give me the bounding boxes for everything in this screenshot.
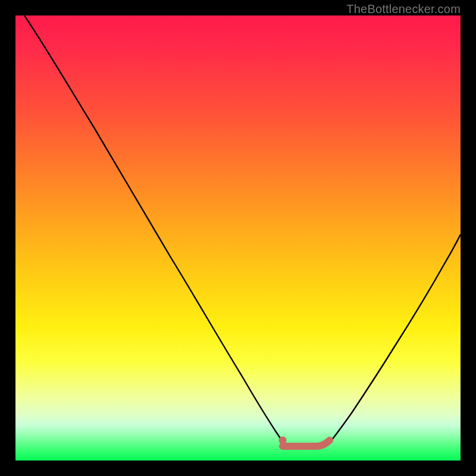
indicator-segment <box>283 440 330 446</box>
curve-layer <box>15 15 461 461</box>
attribution-text: TheBottlenecker.com <box>346 2 461 16</box>
chart-frame: TheBottlenecker.com <box>0 0 476 476</box>
plot-area <box>15 15 461 461</box>
right-curve <box>328 234 461 444</box>
left-curve <box>24 15 284 445</box>
